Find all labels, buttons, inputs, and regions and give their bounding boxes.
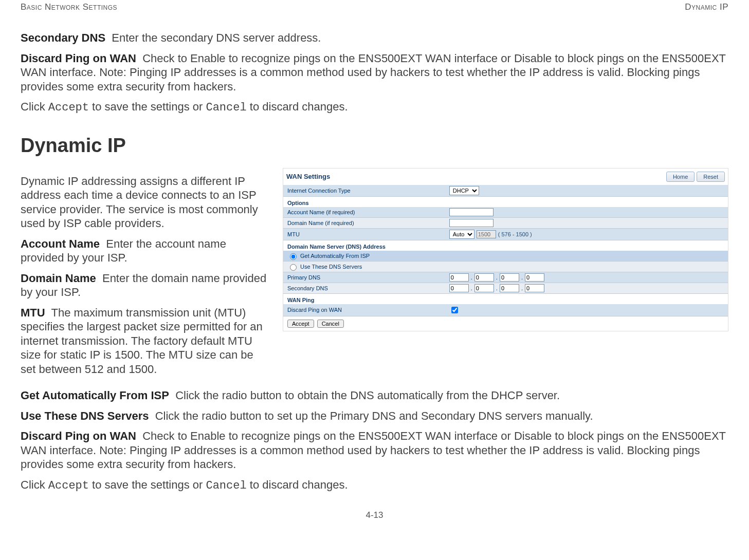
desc-mtu: The maximum transmission unit (MTU) spec… xyxy=(21,306,263,376)
domain-name-input[interactable] xyxy=(449,219,494,227)
internet-type-select[interactable]: DHCP xyxy=(449,186,479,195)
para-secondary-dns: Secondary DNS Enter the secondary DNS se… xyxy=(21,31,728,45)
dns-header: Domain Name Server (DNS) Address xyxy=(283,240,728,251)
dns-auto-radio[interactable] xyxy=(290,253,297,260)
dns-manual-radio[interactable] xyxy=(290,264,297,271)
para-mtu: MTU The maximum transmission unit (MTU) … xyxy=(21,306,267,377)
primary-dns-1[interactable] xyxy=(449,273,469,282)
secondary-dns-3[interactable] xyxy=(500,284,519,292)
row-mtu: MTU Auto ( 576 - 1500 ) xyxy=(283,229,728,240)
cancel-button[interactable]: Cancel xyxy=(317,320,344,328)
term-get-auto: Get Automatically From ISP xyxy=(21,389,169,402)
row-account-name: Account Name (if required) xyxy=(283,207,728,218)
dns-manual-label: Use These DNS Servers xyxy=(300,264,362,270)
para-discard-ping-bottom: Discard Ping on WAN Check to Enable to r… xyxy=(21,429,728,472)
para-account-name: Account Name Enter the account name prov… xyxy=(21,237,267,265)
wan-settings-screenshot: WAN Settings Home Reset Internet Connect… xyxy=(283,168,728,331)
label-mtu: MTU xyxy=(283,230,447,239)
label-primary-dns: Primary DNS xyxy=(283,273,447,282)
page-number: 4-13 xyxy=(21,510,728,520)
header-left: Basic Network Settings xyxy=(21,2,117,12)
desc-secondary-dns: Enter the secondary DNS server address. xyxy=(112,31,321,44)
desc-use-these: Click the radio button to set up the Pri… xyxy=(155,409,593,422)
secondary-dns-2[interactable] xyxy=(474,284,494,292)
account-name-input[interactable] xyxy=(449,208,494,216)
discard-ping-checkbox[interactable] xyxy=(451,307,458,313)
para-use-these: Use These DNS Servers Click the radio bu… xyxy=(21,409,728,423)
para-click-accept-bottom: Click Accept to save the settings or Can… xyxy=(21,478,728,493)
reset-button[interactable]: Reset xyxy=(697,172,725,182)
label-discard-ping: Discard Ping on WAN xyxy=(283,305,447,314)
term-discard-ping-bottom: Discard Ping on WAN xyxy=(21,430,136,442)
accept-code-top: Accept xyxy=(48,101,89,114)
desc-get-auto: Click the radio button to obtain the DNS… xyxy=(175,389,560,402)
options-header: Options xyxy=(283,197,728,207)
primary-dns-3[interactable] xyxy=(500,273,519,282)
section-title-dynamic-ip: Dynamic IP xyxy=(21,135,728,157)
primary-dns-4[interactable] xyxy=(525,273,544,282)
label-domain-name: Domain Name (if required) xyxy=(283,218,447,228)
mtu-value-input[interactable] xyxy=(477,230,496,238)
secondary-dns-1[interactable] xyxy=(449,284,469,292)
term-domain-name: Domain Name xyxy=(21,272,96,285)
row-discard-ping: Discard Ping on WAN xyxy=(283,304,728,316)
wan-ping-header: WAN Ping xyxy=(283,294,728,304)
label-account-name: Account Name (if required) xyxy=(283,208,447,217)
accept-button[interactable]: Accept xyxy=(287,320,314,328)
para-get-auto: Get Automatically From ISP Click the rad… xyxy=(21,388,728,403)
label-internet-type: Internet Connection Type xyxy=(283,186,447,195)
running-header: Basic Network Settings Dynamic IP xyxy=(21,2,728,12)
row-dns-manual[interactable]: Use These DNS Servers xyxy=(283,262,728,272)
para-domain-name: Domain Name Enter the domain name provid… xyxy=(21,271,267,300)
label-secondary-dns: Secondary DNS xyxy=(283,284,447,293)
primary-dns-2[interactable] xyxy=(474,273,494,282)
row-dns-auto[interactable]: Get Automatically From ISP xyxy=(283,251,728,262)
para-click-accept-top: Click Accept to save the settings or Can… xyxy=(21,100,728,115)
cancel-code-bottom: Cancel xyxy=(206,479,246,492)
home-button[interactable]: Home xyxy=(666,172,695,182)
mtu-hint: ( 576 - 1500 ) xyxy=(498,231,532,237)
header-right: Dynamic IP xyxy=(685,2,728,12)
mtu-mode-select[interactable]: Auto xyxy=(449,230,474,239)
term-discard-ping-top: Discard Ping on WAN xyxy=(21,52,136,65)
term-mtu: MTU xyxy=(21,306,45,319)
para-dynamic-ip-intro: Dynamic IP addressing assigns a differen… xyxy=(21,174,267,231)
para-discard-ping-top: Discard Ping on WAN Check to Enable to r… xyxy=(21,51,728,94)
accept-code-bottom: Accept xyxy=(48,479,89,492)
cancel-code-top: Cancel xyxy=(206,101,246,114)
row-primary-dns: Primary DNS . . . xyxy=(283,272,728,283)
dns-auto-label: Get Automatically From ISP xyxy=(300,253,370,259)
term-account-name: Account Name xyxy=(21,237,100,250)
term-secondary-dns: Secondary DNS xyxy=(21,31,105,44)
row-secondary-dns: Secondary DNS . . . xyxy=(283,283,728,294)
ss-title: WAN Settings xyxy=(286,173,330,180)
secondary-dns-4[interactable] xyxy=(525,284,544,292)
row-domain-name: Domain Name (if required) xyxy=(283,218,728,229)
row-internet-connection-type: Internet Connection Type DHCP xyxy=(283,185,728,197)
term-use-these: Use These DNS Servers xyxy=(21,409,149,422)
